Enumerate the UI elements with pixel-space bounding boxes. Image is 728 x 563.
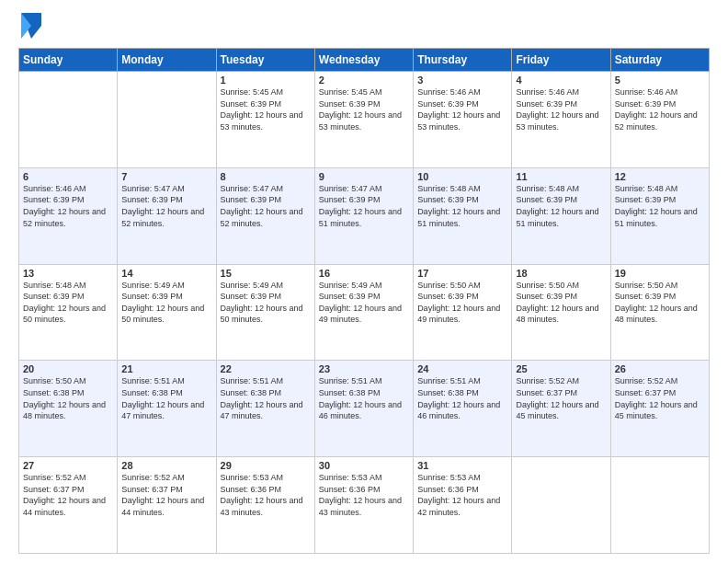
day-number: 17 — [417, 268, 507, 279]
calendar-week-1: 1Sunrise: 5:45 AM Sunset: 6:39 PM Daylig… — [19, 72, 710, 168]
day-info: Sunrise: 5:53 AM Sunset: 6:36 PM Dayligh… — [319, 472, 409, 518]
day-info: Sunrise: 5:48 AM Sunset: 6:39 PM Dayligh… — [417, 183, 507, 229]
calendar-week-2: 6Sunrise: 5:46 AM Sunset: 6:39 PM Daylig… — [19, 167, 710, 264]
day-number: 1 — [221, 75, 311, 86]
weekday-header-tuesday: Tuesday — [216, 49, 314, 72]
day-number: 7 — [121, 171, 211, 182]
calendar-cell — [118, 72, 216, 168]
day-info: Sunrise: 5:52 AM Sunset: 6:37 PM Dayligh… — [516, 375, 606, 421]
day-info: Sunrise: 5:47 AM Sunset: 6:39 PM Dayligh… — [319, 183, 409, 229]
day-info: Sunrise: 5:52 AM Sunset: 6:37 PM Dayligh… — [615, 375, 705, 421]
day-number: 3 — [417, 75, 507, 86]
day-number: 16 — [319, 268, 409, 279]
calendar-cell: 22Sunrise: 5:51 AM Sunset: 6:38 PM Dayli… — [216, 361, 314, 457]
calendar-cell: 26Sunrise: 5:52 AM Sunset: 6:37 PM Dayli… — [610, 361, 709, 457]
logo-icon — [21, 13, 41, 39]
weekday-header-saturday: Saturday — [610, 49, 709, 72]
day-number: 12 — [615, 171, 705, 182]
calendar-cell — [512, 457, 610, 554]
day-number: 23 — [319, 363, 409, 374]
day-number: 2 — [319, 75, 409, 86]
calendar-week-4: 20Sunrise: 5:50 AM Sunset: 6:38 PM Dayli… — [19, 361, 710, 457]
day-number: 28 — [121, 460, 211, 471]
calendar-cell: 6Sunrise: 5:46 AM Sunset: 6:39 PM Daylig… — [19, 167, 118, 264]
day-number: 6 — [23, 171, 113, 182]
day-number: 13 — [23, 268, 113, 279]
day-info: Sunrise: 5:51 AM Sunset: 6:38 PM Dayligh… — [221, 375, 311, 421]
page: SundayMondayTuesdayWednesdayThursdayFrid… — [0, 0, 728, 563]
day-info: Sunrise: 5:53 AM Sunset: 6:36 PM Dayligh… — [221, 472, 311, 518]
day-info: Sunrise: 5:49 AM Sunset: 6:39 PM Dayligh… — [121, 280, 211, 326]
day-info: Sunrise: 5:47 AM Sunset: 6:39 PM Dayligh… — [221, 183, 311, 229]
calendar-cell: 14Sunrise: 5:49 AM Sunset: 6:39 PM Dayli… — [118, 264, 216, 361]
calendar-cell: 20Sunrise: 5:50 AM Sunset: 6:38 PM Dayli… — [19, 361, 118, 457]
day-info: Sunrise: 5:49 AM Sunset: 6:39 PM Dayligh… — [319, 280, 409, 326]
calendar-cell: 15Sunrise: 5:49 AM Sunset: 6:39 PM Dayli… — [216, 264, 314, 361]
day-info: Sunrise: 5:51 AM Sunset: 6:38 PM Dayligh… — [417, 375, 507, 421]
day-info: Sunrise: 5:50 AM Sunset: 6:39 PM Dayligh… — [516, 280, 606, 326]
day-info: Sunrise: 5:52 AM Sunset: 6:37 PM Dayligh… — [23, 472, 113, 518]
calendar-cell: 28Sunrise: 5:52 AM Sunset: 6:37 PM Dayli… — [118, 457, 216, 554]
day-info: Sunrise: 5:48 AM Sunset: 6:39 PM Dayligh… — [615, 183, 705, 229]
calendar-cell: 31Sunrise: 5:53 AM Sunset: 6:36 PM Dayli… — [414, 457, 512, 554]
day-number: 20 — [23, 363, 113, 374]
day-info: Sunrise: 5:50 AM Sunset: 6:39 PM Dayligh… — [417, 280, 507, 326]
day-number: 8 — [221, 171, 311, 182]
weekday-header-thursday: Thursday — [414, 49, 512, 72]
day-number: 22 — [221, 363, 311, 374]
calendar-cell: 25Sunrise: 5:52 AM Sunset: 6:37 PM Dayli… — [512, 361, 610, 457]
day-number: 19 — [615, 268, 705, 279]
weekday-header-row: SundayMondayTuesdayWednesdayThursdayFrid… — [19, 49, 710, 72]
calendar-cell: 3Sunrise: 5:46 AM Sunset: 6:39 PM Daylig… — [414, 72, 512, 168]
day-info: Sunrise: 5:47 AM Sunset: 6:39 PM Dayligh… — [121, 183, 211, 229]
day-info: Sunrise: 5:46 AM Sunset: 6:39 PM Dayligh… — [615, 86, 705, 132]
day-info: Sunrise: 5:51 AM Sunset: 6:38 PM Dayligh… — [319, 375, 409, 421]
calendar-cell: 11Sunrise: 5:48 AM Sunset: 6:39 PM Dayli… — [512, 167, 610, 264]
calendar-cell: 30Sunrise: 5:53 AM Sunset: 6:36 PM Dayli… — [314, 457, 413, 554]
calendar-cell: 19Sunrise: 5:50 AM Sunset: 6:39 PM Dayli… — [610, 264, 709, 361]
calendar-cell: 9Sunrise: 5:47 AM Sunset: 6:39 PM Daylig… — [314, 167, 413, 264]
day-number: 25 — [516, 363, 606, 374]
day-number: 27 — [23, 460, 113, 471]
day-number: 10 — [417, 171, 507, 182]
calendar-cell: 12Sunrise: 5:48 AM Sunset: 6:39 PM Dayli… — [610, 167, 709, 264]
day-number: 29 — [221, 460, 311, 471]
calendar-cell: 21Sunrise: 5:51 AM Sunset: 6:38 PM Dayli… — [118, 361, 216, 457]
calendar-week-5: 27Sunrise: 5:52 AM Sunset: 6:37 PM Dayli… — [19, 457, 710, 554]
calendar-cell: 29Sunrise: 5:53 AM Sunset: 6:36 PM Dayli… — [216, 457, 314, 554]
calendar-cell — [610, 457, 709, 554]
calendar-cell: 18Sunrise: 5:50 AM Sunset: 6:39 PM Dayli… — [512, 264, 610, 361]
calendar-week-3: 13Sunrise: 5:48 AM Sunset: 6:39 PM Dayli… — [19, 264, 710, 361]
weekday-header-monday: Monday — [118, 49, 216, 72]
calendar-cell: 13Sunrise: 5:48 AM Sunset: 6:39 PM Dayli… — [19, 264, 118, 361]
day-number: 15 — [221, 268, 311, 279]
day-info: Sunrise: 5:50 AM Sunset: 6:39 PM Dayligh… — [615, 280, 705, 326]
weekday-header-wednesday: Wednesday — [314, 49, 413, 72]
day-number: 24 — [417, 363, 507, 374]
calendar-cell: 4Sunrise: 5:46 AM Sunset: 6:39 PM Daylig… — [512, 72, 610, 168]
day-number: 9 — [319, 171, 409, 182]
day-number: 26 — [615, 363, 705, 374]
calendar-cell: 2Sunrise: 5:45 AM Sunset: 6:39 PM Daylig… — [314, 72, 413, 168]
day-info: Sunrise: 5:49 AM Sunset: 6:39 PM Dayligh… — [221, 280, 311, 326]
calendar-cell: 8Sunrise: 5:47 AM Sunset: 6:39 PM Daylig… — [216, 167, 314, 264]
day-info: Sunrise: 5:48 AM Sunset: 6:39 PM Dayligh… — [23, 280, 113, 326]
day-info: Sunrise: 5:46 AM Sunset: 6:39 PM Dayligh… — [23, 183, 113, 229]
day-info: Sunrise: 5:46 AM Sunset: 6:39 PM Dayligh… — [516, 86, 606, 132]
day-info: Sunrise: 5:53 AM Sunset: 6:36 PM Dayligh… — [417, 472, 507, 518]
weekday-header-friday: Friday — [512, 49, 610, 72]
day-number: 18 — [516, 268, 606, 279]
header — [18, 17, 710, 39]
day-number: 21 — [121, 363, 211, 374]
day-number: 5 — [615, 75, 705, 86]
weekday-header-sunday: Sunday — [19, 49, 118, 72]
calendar-cell: 17Sunrise: 5:50 AM Sunset: 6:39 PM Dayli… — [414, 264, 512, 361]
calendar-cell: 10Sunrise: 5:48 AM Sunset: 6:39 PM Dayli… — [414, 167, 512, 264]
logo — [18, 17, 41, 39]
day-info: Sunrise: 5:48 AM Sunset: 6:39 PM Dayligh… — [516, 183, 606, 229]
calendar-cell: 1Sunrise: 5:45 AM Sunset: 6:39 PM Daylig… — [216, 72, 314, 168]
day-number: 31 — [417, 460, 507, 471]
day-number: 4 — [516, 75, 606, 86]
calendar-cell: 23Sunrise: 5:51 AM Sunset: 6:38 PM Dayli… — [314, 361, 413, 457]
day-info: Sunrise: 5:46 AM Sunset: 6:39 PM Dayligh… — [417, 86, 507, 132]
